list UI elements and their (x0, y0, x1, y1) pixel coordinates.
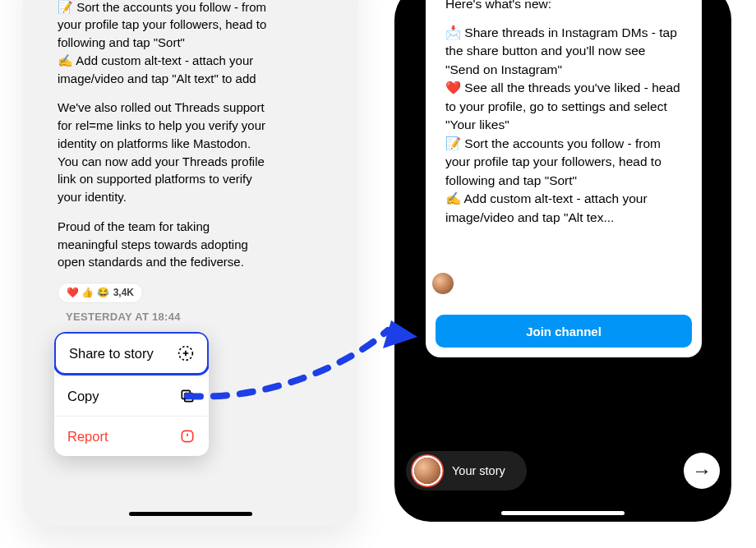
context-menu: Share to story Copy Report (54, 332, 209, 456)
emoji-sort: 📝 (58, 0, 73, 14)
story-card: coming... Here's what's new: 📩 Share thr… (426, 0, 702, 357)
join-channel-label: Join channel (526, 325, 602, 338)
card-alt: Add custom alt-text - attach your image/… (445, 191, 648, 223)
emoji-alt: ✍️ (58, 53, 73, 67)
svg-rect-1 (185, 394, 193, 402)
msg-sort: Sort the accounts you follow - from your… (58, 0, 266, 49)
your-story-avatar (414, 458, 440, 484)
svg-rect-2 (182, 390, 190, 398)
card-sort: Sort the accounts you follow - from your… (445, 136, 662, 187)
menu-item-share-to-story[interactable]: Share to story (54, 332, 209, 375)
card-dm: Share threads in Instagram DMs - tap the… (445, 25, 677, 76)
phone-right: coming... Here's what's new: 📩 Share thr… (394, 0, 731, 522)
send-story-button[interactable]: → (684, 453, 720, 489)
msg-relme: We've also rolled out Threads support fo… (58, 100, 265, 204)
reaction-badge[interactable]: ❤️ 👍 😂 3,4K (58, 283, 143, 303)
menu-label-copy: Copy (67, 389, 99, 404)
your-story-pill[interactable]: Your story (406, 451, 527, 490)
emoji-likes: ❤️ (445, 81, 461, 94)
chat-message: - head to your profile, go to settings a… (58, 0, 273, 303)
copy-icon (179, 388, 196, 404)
arrow-right-icon: → (692, 459, 712, 482)
emoji-sort-r: 📝 (445, 136, 461, 150)
card-new: Here's what's new: (445, 0, 551, 11)
author-avatar[interactable] (431, 271, 455, 296)
phone-left: - head to your profile, go to settings a… (23, 0, 358, 526)
story-bar: Your story → (406, 451, 720, 490)
your-story-label: Your story (452, 464, 505, 477)
join-channel-button[interactable]: Join channel (436, 315, 692, 348)
home-indicator-left (129, 512, 252, 516)
menu-label-report: Report (67, 429, 108, 444)
menu-label-share: Share to story (69, 346, 154, 361)
timestamp: YESTERDAY AT 18:44 (66, 311, 181, 323)
share-to-story-icon (177, 345, 194, 361)
home-indicator-right (501, 511, 625, 515)
emoji-dm: 📩 (445, 25, 461, 39)
report-icon (179, 428, 196, 444)
reaction-emojis: ❤️ 👍 😂 (67, 286, 109, 300)
reaction-count: 3,4K (113, 286, 134, 300)
card-likes: See all the threads you've liked - head … (445, 81, 680, 131)
msg-alt: Add custom alt-text - attach your image/… (58, 53, 256, 85)
menu-item-report[interactable]: Report (54, 416, 209, 456)
msg-proud: Proud of the team for taking meaningful … (58, 219, 248, 269)
emoji-alt-r: ✍️ (445, 191, 461, 205)
menu-item-copy[interactable]: Copy (54, 375, 209, 416)
